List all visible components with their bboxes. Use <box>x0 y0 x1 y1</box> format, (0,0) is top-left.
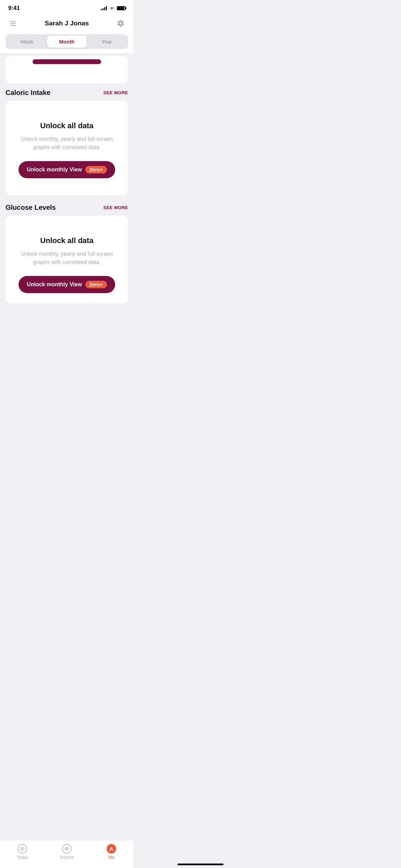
battery-icon <box>117 6 125 10</box>
glucose-zero-badge: Zero+ <box>85 281 107 288</box>
caloric-intake-unlock-card: Unlock all data Unlock monthly, yearly a… <box>5 101 128 195</box>
glucose-unlock-button[interactable]: Unlock monthly View Zero+ <box>19 276 115 293</box>
caloric-intake-title: Caloric Intake <box>5 89 50 97</box>
glucose-unlock-title: Unlock all data <box>40 236 93 245</box>
caloric-unlock-title: Unlock all data <box>40 121 93 130</box>
app-header: Sarah J Jonas <box>0 14 134 34</box>
caloric-intake-see-more[interactable]: SEE MORE <box>103 90 128 95</box>
caloric-unlock-desc: Unlock monthly, yearly and full-screen g… <box>19 135 115 152</box>
status-icons <box>101 6 125 10</box>
glucose-unlock-btn-label: Unlock monthly View <box>27 281 82 288</box>
status-time: 9:41 <box>8 5 20 12</box>
segment-month[interactable]: Month <box>47 36 87 48</box>
caloric-zero-badge: Zero+ <box>85 166 107 173</box>
svg-point-5 <box>11 25 13 26</box>
signal-icon <box>101 6 107 10</box>
glucose-unlock-card: Unlock all data Unlock monthly, yearly a… <box>5 216 128 303</box>
segment-year[interactable]: Year <box>87 36 127 48</box>
partial-bar <box>33 59 101 64</box>
segment-wrapper: Week Month Year <box>0 34 134 53</box>
filter-button[interactable] <box>7 17 19 29</box>
segment-week[interactable]: Week <box>7 36 47 48</box>
scroll-content: Caloric Intake SEE MORE Unlock all data … <box>0 56 134 303</box>
glucose-see-more[interactable]: SEE MORE <box>103 205 128 210</box>
caloric-unlock-btn-label: Unlock monthly View <box>27 167 82 173</box>
svg-point-4 <box>13 23 15 24</box>
page-title: Sarah J Jonas <box>45 20 89 27</box>
settings-button[interactable] <box>114 17 127 29</box>
caloric-intake-header: Caloric Intake SEE MORE <box>5 89 128 97</box>
caloric-unlock-button[interactable]: Unlock monthly View Zero+ <box>19 161 115 178</box>
svg-point-3 <box>11 21 13 22</box>
partial-top-card <box>5 56 128 83</box>
status-bar: 9:41 <box>0 0 134 14</box>
glucose-levels-header: Glucose Levels SEE MORE <box>5 204 128 212</box>
glucose-levels-title: Glucose Levels <box>5 204 56 212</box>
wifi-icon <box>109 6 115 10</box>
time-segment-control: Week Month Year <box>5 34 128 49</box>
glucose-unlock-desc: Unlock monthly, yearly and full-screen g… <box>19 250 115 266</box>
